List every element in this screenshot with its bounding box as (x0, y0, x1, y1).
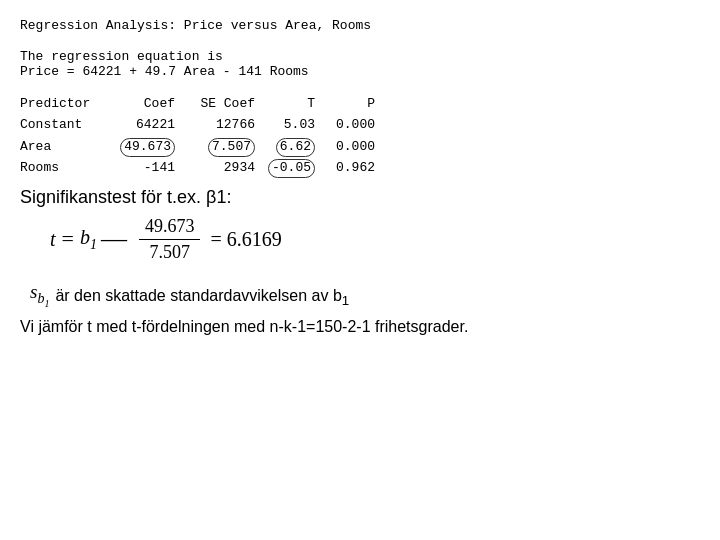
equals-sign: = (62, 226, 74, 252)
table-row: Constant 64221 12766 5.03 0.000 (20, 114, 700, 135)
cell-coef-constant: 64221 (105, 114, 175, 135)
fraction: 49.673 7.507 (139, 216, 201, 263)
col-header-se: SE Coef (175, 93, 255, 114)
col-header-coef: Coef (105, 93, 175, 114)
cell-se-rooms: 2934 (175, 157, 255, 178)
cell-coef-rooms: -141 (105, 157, 175, 178)
col-header-t: T (255, 93, 315, 114)
fraction-denominator: 7.507 (143, 240, 196, 263)
col-header-predictor: Predictor (20, 93, 105, 114)
cell-t-constant: 5.03 (255, 114, 315, 135)
cell-t-area: 6.62 (255, 136, 315, 157)
cell-p-constant: 0.000 (315, 114, 375, 135)
equation-line2: Price = 64221 + 49.7 Area - 141 Rooms (20, 64, 700, 79)
fraction-numerator: 49.673 (139, 216, 201, 240)
table-row: Area 49.673 7.507 6.62 0.000 (20, 136, 700, 157)
cell-t-rooms: -0.05 (255, 157, 315, 178)
t-formula-block: t = b1 — 49.673 7.507 = 6.6169 (50, 216, 700, 263)
col-header-p: P (315, 93, 375, 114)
bottom-text: Vi jämför t med t-fördelningen med n-k-1… (20, 318, 700, 336)
se-area-circled: 7.507 (208, 138, 255, 157)
cell-p-area: 0.000 (315, 136, 375, 157)
b1-symbol: b1 (80, 226, 97, 253)
sb-description-text: är den skattade standardavvikelsen av b1 (55, 287, 349, 308)
sb-line: sb1 är den skattade standardavvikelsen a… (30, 281, 700, 309)
cell-predictor-constant: Constant (20, 114, 105, 135)
sb-sub-1: 1 (342, 293, 349, 308)
regression-table: Predictor Coef SE Coef T P Constant 6422… (20, 93, 700, 179)
t-b1-label: t (50, 228, 56, 251)
signif-heading: Signifikanstest för t.ex. β1: (20, 187, 700, 208)
coef-area-circled: 49.673 (120, 138, 175, 157)
t-result: = 6.6169 (210, 228, 281, 251)
sb-sub-b1: b1 (37, 291, 49, 306)
cell-predictor-rooms: Rooms (20, 157, 105, 178)
table-row: Rooms -141 2934 -0.05 0.962 (20, 157, 700, 178)
equation-line1: The regression equation is (20, 49, 700, 64)
cell-se-constant: 12766 (175, 114, 255, 135)
cell-se-area: 7.507 (175, 136, 255, 157)
t-area-circled: 6.62 (276, 138, 315, 157)
cell-coef-area: 49.673 (105, 136, 175, 157)
cell-predictor-area: Area (20, 136, 105, 157)
sb-symbol: sb1 (30, 281, 49, 309)
table-header-row: Predictor Coef SE Coef T P (20, 93, 700, 114)
fraction-divider-outer: — (101, 226, 127, 252)
title: Regression Analysis: Price versus Area, … (20, 18, 700, 33)
t-rooms-circled: -0.05 (268, 159, 315, 178)
cell-p-rooms: 0.962 (315, 157, 375, 178)
equation-block: The regression equation is Price = 64221… (20, 49, 700, 79)
